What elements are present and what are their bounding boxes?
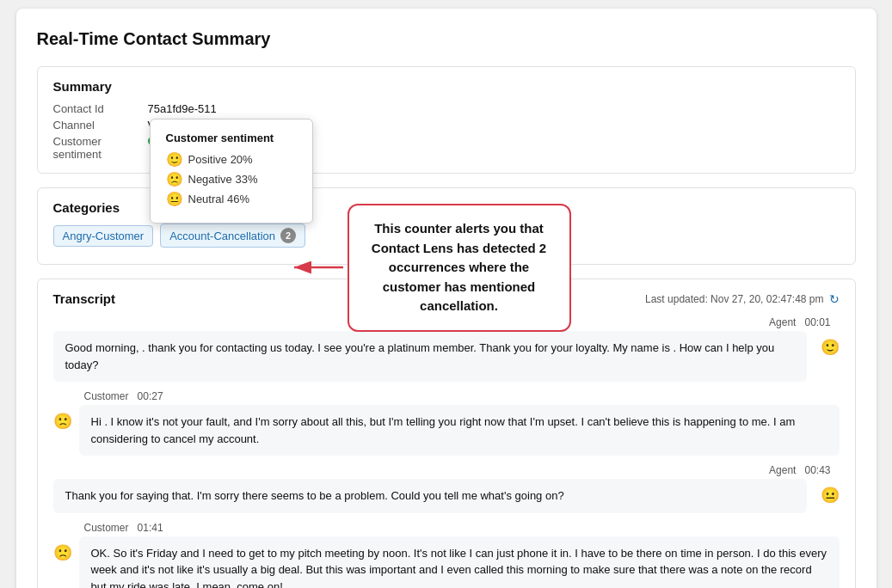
sender-customer-1: Customer bbox=[84, 390, 129, 402]
tooltip-neutral-row: 😐 Neutral 46% bbox=[166, 191, 297, 207]
sender-customer-3: Customer bbox=[84, 522, 129, 534]
neutral-smiley-icon: 😐 bbox=[166, 191, 183, 207]
refresh-icon[interactable]: ↻ bbox=[829, 292, 840, 306]
sentiment-icon-2: 😐 bbox=[821, 486, 840, 505]
transcript-messages: Agent 00:01 Good morning, . thank you fo… bbox=[53, 316, 840, 588]
contact-id-label: Contact Id bbox=[53, 102, 148, 115]
message-block-3: Customer 01:41 🙁 OK. So it's Friday and … bbox=[53, 522, 840, 589]
tooltip-positive-label: Positive 20% bbox=[188, 153, 253, 166]
message-text-1: Hi . I know it's not your fault, and I'm… bbox=[79, 405, 840, 456]
message-row-1: 🙁 Hi . I know it's not your fault, and I… bbox=[53, 405, 840, 456]
summary-title: Summary bbox=[53, 79, 840, 94]
tooltip-positive-row: 🙂 Positive 20% bbox=[166, 151, 297, 168]
main-container: Real-Time Contact Summary Summary Contac… bbox=[16, 9, 877, 588]
message-meta-3: Customer 01:41 bbox=[53, 522, 840, 534]
page-title: Real-Time Contact Summary bbox=[37, 29, 856, 49]
category-tag-cancellation[interactable]: Account-Cancellation 2 bbox=[160, 224, 305, 248]
time-0: 00:01 bbox=[804, 316, 830, 328]
annotation-arrow-icon bbox=[287, 254, 348, 280]
sentiment-icon-0: 🙂 bbox=[821, 338, 840, 357]
transcript-title: Transcript bbox=[53, 291, 116, 306]
annotation-text: This counter alerts you that Contact Len… bbox=[372, 221, 546, 313]
last-updated: Last updated: Nov 27, 20, 02:47:48 pm ↻ bbox=[645, 292, 839, 306]
channel-label: Channel bbox=[53, 119, 148, 132]
tooltip-negative-row: 🙁 Negative 33% bbox=[166, 171, 297, 187]
message-row-2: Thank you for saying that. I'm sorry the… bbox=[53, 479, 840, 513]
sender-agent-2: Agent bbox=[769, 464, 796, 476]
tooltip-neutral-label: Neutral 46% bbox=[188, 193, 250, 205]
sentiment-tooltip: Customer sentiment 🙂 Positive 20% 🙁 Nega… bbox=[150, 119, 313, 224]
message-meta-2: Agent 00:43 bbox=[53, 464, 840, 476]
time-2: 00:43 bbox=[804, 464, 830, 476]
tooltip-negative-label: Negative 33% bbox=[188, 173, 258, 186]
annotation-box: This counter alerts you that Contact Len… bbox=[348, 204, 571, 332]
message-row-3: 🙁 OK. So it's Friday and I need to get t… bbox=[53, 536, 840, 589]
sentiment-label: Customer sentiment bbox=[53, 135, 148, 161]
tooltip-title: Customer sentiment bbox=[166, 132, 297, 144]
message-meta-1: Customer 00:27 bbox=[53, 390, 840, 402]
last-updated-text: Last updated: Nov 27, 20, 02:47:48 pm bbox=[645, 293, 823, 305]
category-tag-angry[interactable]: Angry-Customer bbox=[53, 225, 154, 247]
summary-section: Summary Contact Id 75a1fd9e-511 Channel … bbox=[37, 66, 856, 174]
sentiment-icon-1: 🙁 bbox=[53, 412, 72, 431]
negative-smiley-icon: 🙁 bbox=[166, 171, 183, 187]
message-text-2: Thank you for saying that. I'm sorry the… bbox=[53, 479, 807, 513]
sender-agent-0: Agent bbox=[769, 316, 796, 328]
sentiment-icon-3: 🙁 bbox=[53, 543, 72, 562]
time-1: 00:27 bbox=[138, 390, 163, 402]
message-text-0: Good morning, . thank you for contacting… bbox=[53, 331, 807, 382]
contact-id-value: 75a1fd9e-511 bbox=[148, 102, 840, 115]
message-block-2: Agent 00:43 Thank you for saying that. I… bbox=[53, 464, 840, 513]
time-3: 01:41 bbox=[138, 522, 163, 534]
message-text-3: OK. So it's Friday and I need to get to … bbox=[79, 536, 840, 589]
positive-smiley-icon: 🙂 bbox=[166, 151, 183, 168]
message-block-1: Customer 00:27 🙁 Hi . I know it's not yo… bbox=[53, 390, 840, 456]
message-row-0: Good morning, . thank you for contacting… bbox=[53, 331, 840, 382]
annotation-wrapper: This counter alerts you that Contact Len… bbox=[287, 204, 571, 332]
